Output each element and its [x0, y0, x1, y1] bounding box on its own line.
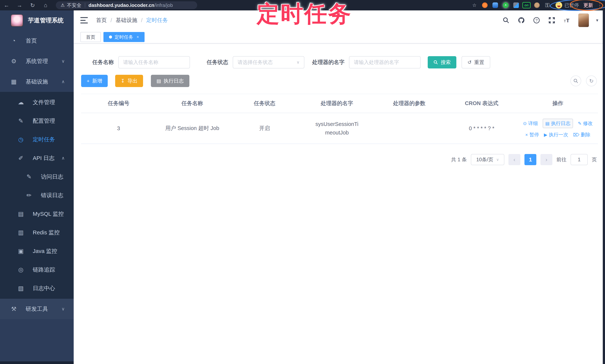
sidebar-item-api-logs[interactable]: ✐ API 日志 ∧ — [0, 149, 74, 167]
sidebar-item-access-logs[interactable]: ✎ 访问日志 — [0, 167, 74, 186]
close-icon: × — [525, 132, 528, 137]
cell-task-status: 开启 — [228, 119, 301, 138]
refresh-button[interactable]: ↻ — [586, 76, 597, 86]
dashboard-icon: ◔ — [10, 37, 18, 44]
table-header-row: 任务编号 任务名称 任务状态 处理器的名字 处理器的参数 CRON 表达式 操作 — [81, 94, 598, 113]
sidebar-item-redis-monitor[interactable]: ▥ Redis 监控 — [0, 223, 74, 242]
prev-page-button[interactable]: ‹ — [508, 154, 520, 165]
sidebar-item-error-logs[interactable]: ✏ 错误日志 — [0, 186, 74, 205]
sidebar-item-label: Redis 监控 — [33, 229, 60, 236]
sidebar-item-label: 定时任务 — [33, 136, 55, 143]
reset-icon: ↺ — [468, 60, 472, 65]
toggle-search-button[interactable] — [570, 76, 581, 86]
sidebar-item-home[interactable]: ◔ 首页 — [0, 30, 74, 51]
browser-home-icon[interactable]: ⌂ — [39, 2, 52, 8]
sidebar-collapse-icon[interactable] — [80, 17, 88, 24]
user-avatar[interactable] — [578, 13, 589, 27]
export-button[interactable]: ↧ 导出 — [115, 75, 143, 87]
goto-page-input[interactable] — [571, 154, 588, 165]
chevron-down-icon: ∨ — [61, 59, 65, 64]
filter-label-handler-name: 处理器的名字 — [312, 59, 344, 66]
breadcrumb-infrastructure[interactable]: 基础设施 — [116, 16, 137, 24]
tab-scheduled-tasks[interactable]: 定时任务 × — [104, 32, 145, 42]
run-once-link[interactable]: ▶执行一次 — [544, 131, 568, 138]
sidebar-item-file-management[interactable]: ☁ 文件管理 — [0, 93, 74, 112]
eye-icon: ⊙ — [523, 121, 527, 126]
cloud-upload-icon: ☁ — [17, 99, 25, 106]
sidebar-item-log-center[interactable]: ▧ 日志中心 — [0, 279, 74, 298]
address-bar[interactable]: ⚠ 不安全 dashboard.yudao.iocoder.cn/infra/j… — [56, 1, 197, 9]
user-menu-caret-icon[interactable]: ▾ — [596, 18, 598, 23]
next-page-button[interactable]: › — [540, 154, 552, 165]
extension-v-icon[interactable]: V — [500, 1, 511, 9]
task-name-input[interactable] — [118, 56, 190, 68]
task-status-select[interactable]: 请选择任务状态 ∨ — [233, 56, 304, 68]
browser-back-icon[interactable]: ← — [0, 2, 13, 8]
extension-trophy-icon[interactable] — [490, 1, 500, 9]
page-size-select[interactable]: 10条/页 ∨ — [471, 154, 504, 165]
extension-grid-icon[interactable] — [511, 1, 521, 9]
execution-log-button[interactable]: ▤ 执行日志 — [151, 75, 189, 87]
handler-name-input[interactable] — [349, 56, 421, 68]
tab-home[interactable]: 首页 — [80, 32, 101, 42]
row-execution-log-link[interactable]: ▤执行日志 — [543, 119, 573, 128]
access-log-icon: ✎ — [25, 173, 33, 180]
page-1-button[interactable]: 1 — [525, 154, 536, 165]
browser-menu-icon[interactable]: ⋮ — [595, 1, 605, 9]
breadcrumb-separator: / — [110, 17, 112, 24]
github-icon[interactable] — [517, 16, 525, 24]
add-button[interactable]: + 新增 — [81, 75, 108, 87]
search-icon[interactable] — [502, 16, 510, 24]
pause-link[interactable]: ×暂停 — [525, 131, 539, 138]
monitor-icon: ▣ — [17, 247, 25, 255]
plus-icon: + — [87, 78, 90, 84]
app-window: ← → ↻ ⌂ ⚠ 不安全 dashboard.yudao.iocoder.cn… — [0, 0, 605, 364]
bookmark-star-icon[interactable]: ☆ — [469, 1, 480, 9]
active-tab-dot — [109, 36, 112, 39]
infrastructure-icon: ▦ — [10, 78, 18, 85]
browser-update-button[interactable]: 更新 — [582, 1, 595, 9]
col-actions: 操作 — [518, 94, 598, 113]
tab-label: 首页 — [86, 34, 95, 40]
search-icon — [573, 78, 579, 83]
edit-link[interactable]: ✎修改 — [578, 120, 593, 127]
tab-close-icon[interactable]: × — [137, 35, 139, 39]
fullscreen-icon[interactable] — [548, 16, 556, 24]
extension-on-badge-icon[interactable]: on — [521, 1, 532, 9]
sidebar-item-infrastructure[interactable]: ▦ 基础设施 ∧ — [0, 71, 74, 92]
address-divider — [85, 3, 85, 8]
profile-paused-button[interactable]: 已暂停 — [552, 1, 582, 9]
col-cron: CRON 表达式 — [445, 94, 518, 113]
sidebar-item-mysql-monitor[interactable]: ▤ MySQL 监控 — [0, 205, 74, 223]
detail-link[interactable]: ⊙详细 — [523, 120, 538, 127]
chevron-up-icon: ∧ — [61, 79, 65, 84]
cell-task-name: 用户 Session 超时 Job — [156, 119, 228, 138]
app-title: 芋道管理系统 — [28, 16, 64, 25]
svg-text:T: T — [566, 17, 569, 24]
row-actions: ⊙详细 ▤执行日志 ✎修改 ×暂停 ▶执行一次 ⌦删除 — [520, 119, 596, 138]
browser-forward-icon[interactable]: → — [13, 2, 26, 8]
sidebar-item-config-management[interactable]: ✎ 配置管理 — [0, 112, 74, 130]
font-size-icon[interactable]: TT — [563, 16, 571, 24]
breadcrumb-home[interactable]: 首页 — [96, 16, 107, 24]
extensions-puzzle-icon[interactable]: ⚿ — [542, 1, 552, 9]
url-host: dashboard.yudao.iocoder.cn — [89, 2, 154, 8]
sidebar-item-label: MySQL 监控 — [33, 210, 64, 218]
delete-link[interactable]: ⌦删除 — [573, 131, 591, 138]
not-secure-warning-icon: ⚠ — [61, 3, 65, 8]
sidebar-item-label: 链路追踪 — [33, 266, 55, 273]
sidebar-item-dev-tools[interactable]: ⚒ 研发工具 ∨ — [0, 299, 74, 319]
sidebar-item-trace[interactable]: ◎ 链路追踪 — [0, 260, 74, 279]
search-button[interactable]: 搜索 — [428, 56, 456, 68]
extension-orange-icon[interactable] — [480, 1, 490, 9]
sidebar-item-java-monitor[interactable]: ▣ Java 监控 — [0, 242, 74, 260]
sidebar-item-scheduled-tasks[interactable]: ◷ 定时任务 — [0, 130, 74, 149]
reset-button[interactable]: ↺ 重置 — [461, 56, 490, 68]
help-icon[interactable]: ? — [532, 16, 541, 24]
sidebar-item-system-management[interactable]: ⚙ 系统管理 ∨ — [0, 51, 74, 71]
sidebar-item-label: 错误日志 — [41, 192, 63, 199]
redis-icon: ▥ — [17, 229, 25, 236]
content-area: 任务名称 任务状态 请选择任务状态 ∨ 处理器的名字 搜索 ↺ 重置 — [74, 43, 605, 165]
browser-reload-icon[interactable]: ↻ — [26, 2, 39, 9]
extension-monkey-icon[interactable] — [532, 1, 542, 9]
